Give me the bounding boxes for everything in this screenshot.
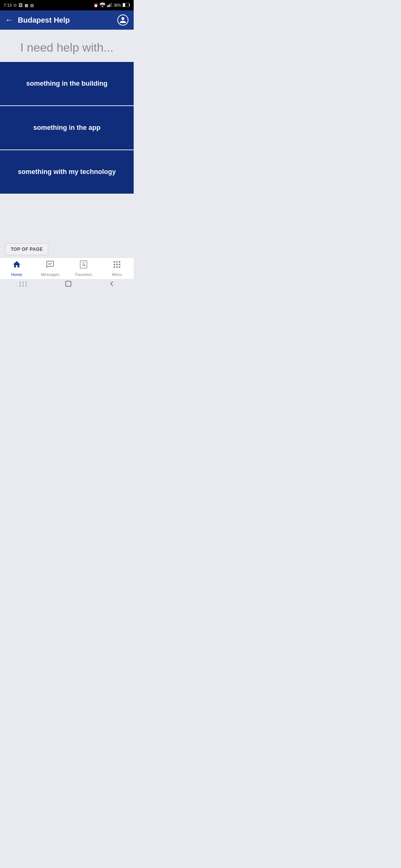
signal-icon xyxy=(107,3,112,8)
help-buttons-container: something in the building something in t… xyxy=(0,62,134,194)
spacer xyxy=(0,194,134,243)
back-button[interactable]: ← xyxy=(5,15,13,25)
recents-button[interactable]: ╎╎╎ xyxy=(19,281,27,287)
favorites-icon xyxy=(79,260,88,271)
svg-rect-16 xyxy=(119,264,120,265)
svg-rect-19 xyxy=(119,266,120,268)
svg-rect-11 xyxy=(114,261,115,263)
help-button-app[interactable]: something in the app xyxy=(0,106,134,150)
back-system-button[interactable] xyxy=(109,281,115,288)
menu-icon xyxy=(113,260,121,271)
location-icon: ⊙ xyxy=(13,3,17,8)
home-icon xyxy=(12,260,21,271)
main-content: I need help with... something in the bui… xyxy=(0,30,134,257)
svg-rect-15 xyxy=(116,264,118,265)
svg-rect-14 xyxy=(114,264,115,265)
nav-label-home: Home xyxy=(11,272,22,277)
calendar2-icon: ▤ xyxy=(30,3,34,8)
svg-rect-8 xyxy=(123,3,125,7)
svg-rect-3 xyxy=(109,4,110,7)
bottom-nav: Home Messages Favorites xyxy=(0,257,134,279)
nav-item-home[interactable]: Home xyxy=(0,258,33,279)
svg-rect-13 xyxy=(119,261,120,263)
svg-rect-5 xyxy=(111,3,112,7)
status-bar: 7:13 ⊙ 🖼 ▦ ▤ ⏰ 36% xyxy=(0,0,134,10)
app-bar-title: Budapest Help xyxy=(18,16,117,24)
wifi-icon xyxy=(100,3,105,8)
status-time: 7:13 xyxy=(4,3,12,7)
help-button-technology[interactable]: something with my technology xyxy=(0,150,134,194)
svg-rect-17 xyxy=(114,266,115,268)
alarm-icon: ⏰ xyxy=(94,3,98,7)
system-nav: ╎╎╎ xyxy=(0,279,134,289)
svg-point-0 xyxy=(102,6,103,7)
nav-item-messages[interactable]: Messages xyxy=(33,258,67,279)
svg-rect-18 xyxy=(116,266,118,268)
battery-text: 36% xyxy=(114,3,121,7)
svg-rect-7 xyxy=(130,4,130,6)
svg-rect-9 xyxy=(80,261,87,268)
svg-rect-2 xyxy=(108,5,109,7)
top-of-page-container: TOP OF PAGE xyxy=(5,243,134,255)
svg-rect-12 xyxy=(116,261,118,263)
nav-item-menu[interactable]: Menu xyxy=(100,258,134,279)
home-button[interactable] xyxy=(65,280,72,288)
nav-item-favorites[interactable]: Favorites xyxy=(67,258,100,279)
nav-label-messages: Messages xyxy=(41,272,59,277)
image-icon: 🖼 xyxy=(19,3,23,7)
nav-label-menu: Menu xyxy=(112,272,122,277)
user-avatar[interactable] xyxy=(117,14,128,26)
battery-icon xyxy=(123,3,130,8)
help-button-building[interactable]: something in the building xyxy=(0,62,134,106)
page-heading: I need help with... xyxy=(0,30,134,62)
app-bar: ← Budapest Help xyxy=(0,10,134,30)
status-left: 7:13 ⊙ 🖼 ▦ ▤ xyxy=(4,3,34,8)
calendar-icon: ▦ xyxy=(25,3,28,8)
svg-rect-4 xyxy=(110,3,111,7)
messages-icon xyxy=(46,260,55,271)
svg-rect-20 xyxy=(66,281,71,286)
nav-label-favorites: Favorites xyxy=(75,272,92,277)
svg-rect-1 xyxy=(107,6,108,7)
top-of-page-button[interactable]: TOP OF PAGE xyxy=(5,243,48,255)
status-right: ⏰ 36% xyxy=(94,3,130,8)
